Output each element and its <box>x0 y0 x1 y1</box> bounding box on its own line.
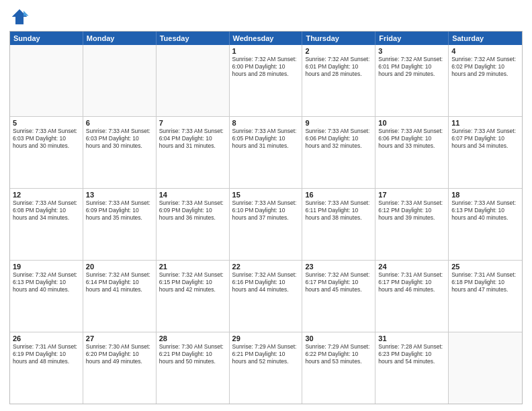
day-number: 18 <box>451 191 519 199</box>
day-number: 22 <box>232 263 300 271</box>
calendar-cell-day-19: 19Sunrise: 7:32 AM Sunset: 6:13 PM Dayli… <box>10 261 83 332</box>
day-number: 9 <box>305 119 372 127</box>
header-day-friday: Friday <box>375 32 449 45</box>
calendar-cell-day-5: 5Sunrise: 7:33 AM Sunset: 6:03 PM Daylig… <box>10 117 83 188</box>
day-info-text: Sunrise: 7:33 AM Sunset: 6:11 PM Dayligh… <box>305 199 372 222</box>
day-number: 15 <box>232 191 300 199</box>
day-number: 11 <box>451 119 519 127</box>
day-number: 29 <box>232 334 300 342</box>
day-info-text: Sunrise: 7:32 AM Sunset: 6:00 PM Dayligh… <box>232 56 300 78</box>
day-info-text: Sunrise: 7:31 AM Sunset: 6:19 PM Dayligh… <box>13 343 80 365</box>
day-info-text: Sunrise: 7:32 AM Sunset: 6:02 PM Dayligh… <box>451 56 519 78</box>
calendar-cell-day-1: 1Sunrise: 7:32 AM Sunset: 6:00 PM Daylig… <box>230 45 303 116</box>
header-day-wednesday: Wednesday <box>230 32 303 45</box>
day-info-text: Sunrise: 7:33 AM Sunset: 6:12 PM Dayligh… <box>378 199 445 222</box>
calendar-cell-day-24: 24Sunrise: 7:31 AM Sunset: 6:17 PM Dayli… <box>375 261 449 332</box>
day-info-text: Sunrise: 7:33 AM Sunset: 6:13 PM Dayligh… <box>451 199 519 222</box>
day-number: 25 <box>451 263 519 271</box>
calendar-cell-day-6: 6Sunrise: 7:33 AM Sunset: 6:03 PM Daylig… <box>83 117 157 188</box>
page: SundayMondayTuesdayWednesdayThursdayFrid… <box>0 0 532 411</box>
calendar-cell-day-12: 12Sunrise: 7:33 AM Sunset: 6:08 PM Dayli… <box>10 189 83 260</box>
header-day-sunday: Sunday <box>10 32 83 45</box>
day-number: 27 <box>86 334 153 342</box>
calendar-cell-empty <box>157 45 230 116</box>
calendar-cell-day-23: 23Sunrise: 7:32 AM Sunset: 6:17 PM Dayli… <box>302 261 375 332</box>
day-info-text: Sunrise: 7:33 AM Sunset: 6:10 PM Dayligh… <box>232 199 300 222</box>
calendar-cell-day-18: 18Sunrise: 7:33 AM Sunset: 6:13 PM Dayli… <box>449 189 522 260</box>
calendar-cell-day-14: 14Sunrise: 7:33 AM Sunset: 6:09 PM Dayli… <box>157 189 230 260</box>
day-info-text: Sunrise: 7:33 AM Sunset: 6:06 PM Dayligh… <box>305 128 372 150</box>
day-info-text: Sunrise: 7:33 AM Sunset: 6:08 PM Dayligh… <box>13 199 80 222</box>
day-number: 14 <box>159 191 226 199</box>
day-number: 30 <box>305 334 372 342</box>
calendar-cell-day-15: 15Sunrise: 7:33 AM Sunset: 6:10 PM Dayli… <box>230 189 303 260</box>
calendar-cell-empty <box>449 332 522 404</box>
calendar-header-row: SundayMondayTuesdayWednesdayThursdayFrid… <box>10 32 522 45</box>
day-info-text: Sunrise: 7:33 AM Sunset: 6:05 PM Dayligh… <box>232 128 300 150</box>
calendar-cell-day-17: 17Sunrise: 7:33 AM Sunset: 6:12 PM Dayli… <box>375 189 449 260</box>
header-day-saturday: Saturday <box>449 32 522 45</box>
header-day-tuesday: Tuesday <box>157 32 230 45</box>
calendar-cell-day-30: 30Sunrise: 7:29 AM Sunset: 6:22 PM Dayli… <box>302 332 375 404</box>
day-number: 24 <box>378 263 445 271</box>
day-info-text: Sunrise: 7:29 AM Sunset: 6:21 PM Dayligh… <box>232 343 300 365</box>
calendar-cell-day-9: 9Sunrise: 7:33 AM Sunset: 6:06 PM Daylig… <box>302 117 375 188</box>
calendar-cell-day-10: 10Sunrise: 7:33 AM Sunset: 6:06 PM Dayli… <box>375 117 449 188</box>
calendar-cell-day-16: 16Sunrise: 7:33 AM Sunset: 6:11 PM Dayli… <box>302 189 375 260</box>
calendar-cell-day-27: 27Sunrise: 7:30 AM Sunset: 6:20 PM Dayli… <box>83 332 157 404</box>
day-info-text: Sunrise: 7:31 AM Sunset: 6:18 PM Dayligh… <box>451 271 519 293</box>
day-number: 28 <box>159 334 226 342</box>
calendar-cell-day-13: 13Sunrise: 7:33 AM Sunset: 6:09 PM Dayli… <box>83 189 157 260</box>
day-number: 10 <box>378 119 445 127</box>
day-number: 1 <box>232 47 300 55</box>
calendar-cell-day-21: 21Sunrise: 7:32 AM Sunset: 6:15 PM Dayli… <box>157 261 230 332</box>
calendar-cell-day-7: 7Sunrise: 7:33 AM Sunset: 6:04 PM Daylig… <box>157 117 230 188</box>
day-info-text: Sunrise: 7:33 AM Sunset: 6:09 PM Dayligh… <box>86 199 153 222</box>
day-info-text: Sunrise: 7:32 AM Sunset: 6:17 PM Dayligh… <box>305 271 372 293</box>
day-number: 4 <box>451 47 519 55</box>
day-info-text: Sunrise: 7:32 AM Sunset: 6:13 PM Dayligh… <box>13 271 80 293</box>
day-number: 23 <box>305 263 372 271</box>
day-info-text: Sunrise: 7:33 AM Sunset: 6:07 PM Dayligh… <box>451 128 519 150</box>
calendar-body: 1Sunrise: 7:32 AM Sunset: 6:00 PM Daylig… <box>10 45 522 404</box>
day-info-text: Sunrise: 7:33 AM Sunset: 6:04 PM Dayligh… <box>159 128 226 150</box>
calendar-cell-day-22: 22Sunrise: 7:32 AM Sunset: 6:16 PM Dayli… <box>230 261 303 332</box>
calendar-row-1: 1Sunrise: 7:32 AM Sunset: 6:00 PM Daylig… <box>10 45 522 117</box>
day-info-text: Sunrise: 7:30 AM Sunset: 6:21 PM Dayligh… <box>159 343 226 365</box>
day-info-text: Sunrise: 7:33 AM Sunset: 6:06 PM Dayligh… <box>378 128 445 150</box>
day-number: 2 <box>305 47 372 55</box>
day-number: 20 <box>86 263 153 271</box>
day-number: 21 <box>159 263 226 271</box>
day-info-text: Sunrise: 7:32 AM Sunset: 6:01 PM Dayligh… <box>378 56 445 78</box>
calendar-cell-day-11: 11Sunrise: 7:33 AM Sunset: 6:07 PM Dayli… <box>449 117 522 188</box>
day-number: 16 <box>305 191 372 199</box>
calendar-cell-day-20: 20Sunrise: 7:32 AM Sunset: 6:14 PM Dayli… <box>83 261 157 332</box>
day-info-text: Sunrise: 7:30 AM Sunset: 6:20 PM Dayligh… <box>86 343 153 365</box>
calendar-cell-day-3: 3Sunrise: 7:32 AM Sunset: 6:01 PM Daylig… <box>375 45 449 116</box>
day-number: 13 <box>86 191 153 199</box>
day-info-text: Sunrise: 7:29 AM Sunset: 6:22 PM Dayligh… <box>305 343 372 365</box>
calendar-cell-day-29: 29Sunrise: 7:29 AM Sunset: 6:21 PM Dayli… <box>230 332 303 404</box>
day-number: 12 <box>13 191 80 199</box>
day-number: 31 <box>378 334 445 342</box>
calendar-cell-day-28: 28Sunrise: 7:30 AM Sunset: 6:21 PM Dayli… <box>157 332 230 404</box>
header-day-monday: Monday <box>83 32 157 45</box>
day-info-text: Sunrise: 7:32 AM Sunset: 6:16 PM Dayligh… <box>232 271 300 293</box>
day-info-text: Sunrise: 7:33 AM Sunset: 6:09 PM Dayligh… <box>159 199 226 222</box>
svg-marker-1 <box>24 11 29 16</box>
day-number: 17 <box>378 191 445 199</box>
day-number: 7 <box>159 119 226 127</box>
day-info-text: Sunrise: 7:33 AM Sunset: 6:03 PM Dayligh… <box>86 128 153 150</box>
header <box>9 7 523 27</box>
day-info-text: Sunrise: 7:28 AM Sunset: 6:23 PM Dayligh… <box>378 343 445 365</box>
header-day-thursday: Thursday <box>302 32 375 45</box>
day-number: 19 <box>13 263 80 271</box>
calendar: SundayMondayTuesdayWednesdayThursdayFrid… <box>9 31 523 404</box>
calendar-cell-day-31: 31Sunrise: 7:28 AM Sunset: 6:23 PM Dayli… <box>375 332 449 404</box>
calendar-row-3: 12Sunrise: 7:33 AM Sunset: 6:08 PM Dayli… <box>10 189 522 261</box>
svg-marker-0 <box>12 9 28 25</box>
day-info-text: Sunrise: 7:32 AM Sunset: 6:01 PM Dayligh… <box>305 56 372 78</box>
day-number: 5 <box>13 119 80 127</box>
day-info-text: Sunrise: 7:32 AM Sunset: 6:15 PM Dayligh… <box>159 271 226 293</box>
day-number: 26 <box>13 334 80 342</box>
